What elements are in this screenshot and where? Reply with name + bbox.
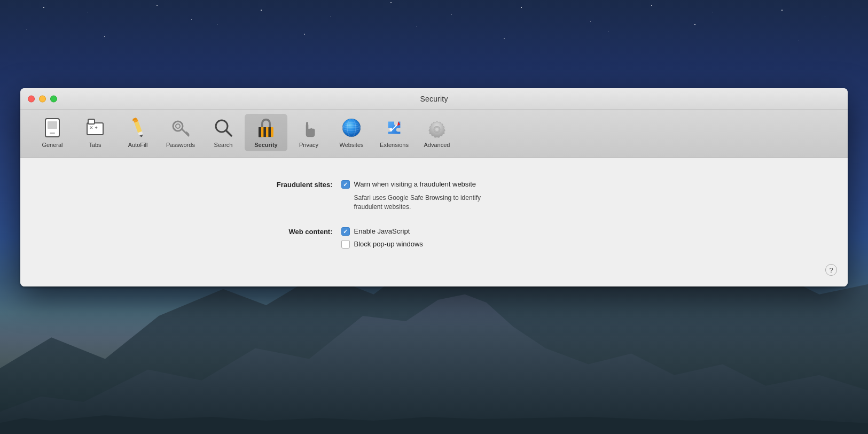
block-popup-checkbox[interactable] — [341, 240, 350, 249]
svg-point-12 — [176, 124, 180, 128]
search-label: Search — [214, 142, 233, 148]
tab-autofill[interactable]: AutoFill — [116, 114, 159, 151]
settings-grid: Fraudulent sites: Warn when visiting a f… — [247, 180, 621, 249]
websites-icon — [341, 117, 362, 138]
svg-text:✕  +: ✕ + — [89, 125, 98, 130]
tabs-label: Tabs — [89, 142, 101, 148]
minimize-button[interactable] — [39, 95, 46, 102]
preferences-content: Fraudulent sites: Warn when visiting a f… — [20, 158, 848, 286]
extensions-label: Extensions — [380, 142, 409, 148]
fraudulent-sites-label: Fraudulent sites: — [247, 180, 333, 190]
svg-point-11 — [173, 121, 183, 131]
window-title: Security — [420, 95, 448, 103]
tab-general[interactable]: General — [31, 114, 74, 151]
security-icon — [255, 117, 277, 138]
general-icon — [42, 117, 63, 138]
web-content-controls: Enable JavaScript Block pop-up windows — [341, 227, 423, 249]
block-popup-text: Block pop-up windows — [354, 239, 423, 249]
close-button[interactable] — [28, 95, 35, 102]
svg-rect-29 — [261, 127, 264, 137]
search-icon — [213, 117, 234, 138]
fraudulent-sites-controls: Warn when visiting a fraudulent website … — [341, 180, 481, 212]
traffic-lights — [28, 95, 57, 102]
autofill-label: AutoFill — [128, 142, 148, 148]
privacy-label: Privacy — [299, 142, 318, 148]
safari-preferences-window: Security General ✕ + — [20, 88, 848, 286]
svg-rect-1 — [48, 121, 57, 129]
enable-js-checkbox[interactable] — [341, 227, 350, 236]
help-button[interactable]: ? — [825, 264, 837, 276]
tabs-icon: ✕ + — [84, 117, 106, 138]
web-content-label: Web content: — [247, 227, 333, 237]
tab-websites[interactable]: Websites — [330, 114, 373, 151]
fraudulent-subtext: Safari uses Google Safe Browsing to iden… — [354, 193, 481, 212]
tab-privacy[interactable]: Privacy — [287, 114, 330, 151]
advanced-label: Advanced — [424, 142, 450, 148]
tab-advanced[interactable]: Advanced — [416, 114, 458, 151]
general-label: General — [42, 142, 62, 148]
fraudulent-sites-row: Fraudulent sites: Warn when visiting a f… — [247, 180, 621, 212]
svg-rect-32 — [269, 127, 271, 137]
enable-js-row: Enable JavaScript — [341, 227, 423, 236]
tab-extensions[interactable]: Extensions — [373, 114, 416, 151]
web-content-row: Web content: Enable JavaScript Block pop… — [247, 227, 621, 249]
tab-search[interactable]: Search — [202, 114, 245, 151]
toolbar: General ✕ + Tabs — [20, 110, 848, 158]
maximize-button[interactable] — [50, 95, 57, 102]
svg-point-45 — [435, 128, 439, 131]
svg-rect-4 — [88, 119, 95, 124]
autofill-icon — [127, 117, 148, 138]
block-popup-row: Block pop-up windows — [341, 239, 423, 249]
websites-label: Websites — [339, 142, 363, 148]
privacy-icon — [298, 117, 319, 138]
title-bar: Security — [20, 88, 848, 110]
tab-passwords[interactable]: Passwords — [159, 114, 202, 151]
warn-fraudulent-checkbox[interactable] — [341, 180, 350, 189]
svg-rect-34 — [306, 122, 308, 126]
tab-tabs[interactable]: ✕ + Tabs — [74, 114, 116, 151]
warn-fraudulent-text: Warn when visiting a fraudulent website — [354, 180, 476, 189]
svg-rect-31 — [266, 127, 269, 137]
extensions-icon — [384, 117, 405, 138]
tab-security[interactable]: Security — [245, 114, 287, 151]
enable-js-text: Enable JavaScript — [354, 227, 410, 236]
svg-rect-30 — [263, 127, 266, 137]
svg-rect-28 — [259, 127, 261, 137]
passwords-icon — [170, 117, 191, 138]
svg-rect-8 — [134, 121, 142, 133]
advanced-icon — [426, 117, 448, 138]
security-label: Security — [254, 142, 277, 148]
svg-rect-33 — [271, 127, 273, 137]
svg-line-16 — [226, 130, 231, 136]
passwords-label: Passwords — [166, 142, 195, 148]
svg-rect-2 — [50, 133, 55, 134]
warn-fraudulent-row: Warn when visiting a fraudulent website — [341, 180, 481, 189]
